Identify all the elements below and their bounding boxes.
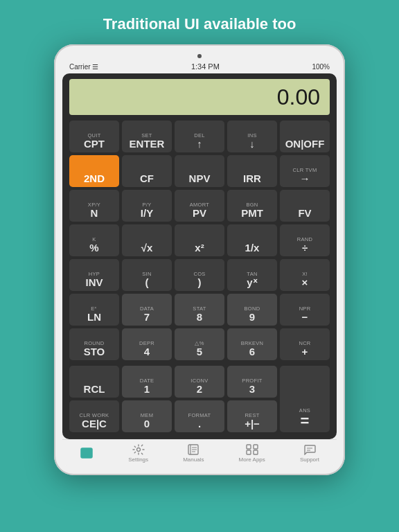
gear-icon <box>132 444 145 455</box>
calc-btn-N[interactable]: xP/YN <box>69 190 119 222</box>
calc-btn-x[interactable]: x² <box>175 224 224 256</box>
svg-rect-14 <box>247 445 251 449</box>
calc-btn-CEC[interactable]: CLR WORKCE|C <box>69 400 119 432</box>
bottom-nav: SettingsManualsMore AppsSupport <box>62 439 337 466</box>
calc-btn-1x[interactable]: 1/x <box>227 224 277 256</box>
status-bar: Carrier ☰ 1:34 PM 100% <box>62 61 337 73</box>
calc-btn-1[interactable]: DATE1 <box>122 366 172 398</box>
svg-rect-2 <box>82 454 85 455</box>
calc-btn-[interactable]: DEL↑ <box>175 121 224 152</box>
calc-icon <box>80 447 94 459</box>
calc-btn-0[interactable]: MEM0 <box>122 400 172 432</box>
calc-btn-[interactable]: SIN( <box>122 259 172 291</box>
calc-btn-2ND[interactable]: 2ND <box>69 155 119 187</box>
svg-rect-17 <box>254 450 258 454</box>
battery: 100% <box>312 63 330 71</box>
calc-btn-FV[interactable]: FV <box>280 190 330 222</box>
svg-point-8 <box>136 448 140 452</box>
calc-btn-4[interactable]: DEPR4 <box>122 328 172 360</box>
calc-btn-RCL[interactable]: RCL <box>69 366 119 398</box>
button-grid: QUITCPTSETENTERDEL↑INS↓ON|OFF2NDCFNPVIRR… <box>69 121 330 432</box>
calc-btn-[interactable]: x!× <box>280 259 330 291</box>
calc-btn-equals[interactable]: ANS= <box>280 366 330 432</box>
book-icon <box>186 444 200 455</box>
nav-label-chat: Support <box>300 456 319 463</box>
svg-rect-5 <box>82 456 85 457</box>
time: 1:34 PM <box>191 62 220 71</box>
display-value: 0.00 <box>277 85 320 110</box>
calc-btn-[interactable]: INS↓ <box>227 121 277 152</box>
calc-btn-[interactable]: RAND÷ <box>280 224 330 256</box>
calc-btn-8[interactable]: STAT8 <box>175 294 224 326</box>
calc-btn-[interactable]: nCr+ <box>280 328 330 360</box>
calc-btn-7[interactable]: DATA7 <box>122 294 172 326</box>
display: 0.00 <box>69 79 330 115</box>
calc-btn-CF[interactable]: CF <box>122 155 172 187</box>
calc-btn-ONOFF[interactable]: ON|OFF <box>280 121 330 152</box>
calc-btn-INV[interactable]: HYPINV <box>69 259 119 291</box>
camera-dot <box>197 54 202 58</box>
calc-btn-PV[interactable]: AMORTPV <box>175 190 224 222</box>
calculator-body: 0.00 QUITCPTSETENTERDEL↑INS↓ON|OFF2NDCFN… <box>62 73 337 439</box>
nav-label-gear: Settings <box>128 456 148 463</box>
calc-btn-2[interactable]: ICONV2 <box>175 366 224 398</box>
svg-rect-6 <box>86 456 88 457</box>
apps-icon <box>245 444 259 455</box>
chat-icon <box>303 444 317 455</box>
calc-btn-CPT[interactable]: QUITCPT <box>69 121 119 152</box>
calc-btn-3[interactable]: PROFIT3 <box>227 366 277 398</box>
calc-btn-[interactable]: COS) <box>175 259 224 291</box>
nav-item-chat[interactable]: Support <box>300 444 319 463</box>
calc-btn-y[interactable]: TANyˣ <box>227 259 277 291</box>
calc-btn-[interactable]: FORMAT. <box>175 400 224 432</box>
calc-btn-ENTER[interactable]: SETENTER <box>122 121 172 152</box>
calc-btn-STO[interactable]: ROUNDSTO <box>69 328 119 360</box>
page-title: Traditional UI available too <box>103 15 296 33</box>
nav-label-book: Manuals <box>183 456 204 463</box>
calc-btn-x[interactable]: √x <box>122 224 172 256</box>
nav-item-calc[interactable] <box>80 447 94 460</box>
calc-btn-IY[interactable]: P/YI/Y <box>122 190 172 222</box>
calc-btn-LN[interactable]: eˣLN <box>69 294 119 326</box>
calc-btn-6[interactable]: BRKEVN6 <box>227 328 277 360</box>
nav-item-book[interactable]: Manuals <box>183 444 204 463</box>
calc-btn-[interactable]: REST+|− <box>227 400 277 432</box>
svg-rect-7 <box>89 456 91 457</box>
nav-item-gear[interactable]: Settings <box>128 444 148 463</box>
svg-rect-1 <box>82 450 91 452</box>
calc-btn-[interactable]: CLR TVM→ <box>280 155 330 187</box>
calc-btn-IRR[interactable]: IRR <box>227 155 277 187</box>
carrier: Carrier ☰ <box>69 63 98 71</box>
calc-btn-NPV[interactable]: NPV <box>175 155 224 187</box>
calc-btn-PMT[interactable]: BGNPMT <box>227 190 277 222</box>
calc-btn-[interactable]: K% <box>69 224 119 256</box>
svg-rect-4 <box>89 454 91 455</box>
nav-label-apps: More Apps <box>239 456 265 463</box>
nav-item-apps[interactable]: More Apps <box>239 444 265 463</box>
ipad-frame: Carrier ☰ 1:34 PM 100% 0.00 QUITCPTSETEN… <box>54 44 345 475</box>
svg-rect-15 <box>254 445 258 449</box>
svg-rect-16 <box>247 450 251 454</box>
calc-btn-5[interactable]: △%5 <box>175 328 224 360</box>
calc-btn-[interactable]: nPr− <box>280 294 330 326</box>
calc-btn-9[interactable]: BOND9 <box>227 294 277 326</box>
svg-rect-3 <box>86 454 88 455</box>
